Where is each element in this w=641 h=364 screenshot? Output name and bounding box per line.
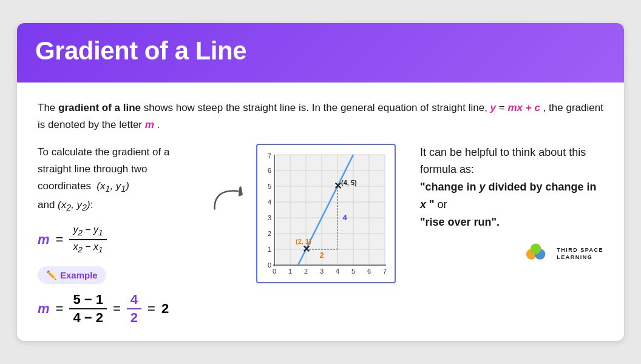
svg-text:5: 5	[351, 268, 355, 275]
svg-text:4: 4	[342, 213, 347, 222]
right-column: It can be helpful to think about this fo…	[408, 144, 603, 265]
letter-m: m	[145, 119, 154, 130]
page-title: Gradient of a Line	[35, 36, 606, 66]
ex-num2: 4	[127, 291, 141, 309]
page-header: Gradient of a Line	[17, 23, 624, 83]
graph-container: 0 1 2 3 4 5 6 7 0 1 2 3 4 5	[256, 144, 396, 283]
numerator: y2 − y1	[69, 223, 106, 240]
card: Gradient of a Line The gradient of a lin…	[17, 23, 624, 340]
equation-y: y	[490, 102, 496, 113]
helper-intro: It can be helpful to think about this fo…	[420, 146, 586, 176]
ex-result: 2	[161, 301, 169, 317]
svg-text:1: 1	[288, 268, 292, 275]
ex-fraction1: 5 − 1 4 − 2	[69, 291, 107, 326]
svg-text:2: 2	[304, 268, 308, 275]
example-badge: ✏️ Example	[38, 266, 106, 284]
coord2: (x2, y2)	[58, 199, 90, 211]
main-formula: m = y2 − y1 x2 − x1	[38, 223, 195, 255]
svg-text:6: 6	[268, 167, 271, 174]
page-content: The gradient of a line shows how steep t…	[17, 83, 624, 340]
svg-text:5: 5	[268, 183, 271, 190]
left-column: To calculate the gradient of a straight …	[38, 144, 195, 326]
example-formula: m = 5 − 1 4 − 2 = 4 2 = 2	[38, 291, 195, 326]
svg-text:2: 2	[268, 230, 271, 237]
formula-display: m = y2 − y1 x2 − x1	[38, 223, 195, 255]
intro-text-before: The	[38, 102, 58, 113]
logo-text: THIRD SPACE LEARNING	[557, 247, 603, 261]
ex-den2: 2	[127, 309, 141, 326]
svg-text:6: 6	[367, 268, 371, 275]
ex-equals2: =	[113, 301, 121, 317]
denominator: x2 − x1	[69, 240, 106, 255]
svg-text:✕: ✕	[334, 181, 342, 191]
equation-mx: mx	[507, 102, 523, 113]
arrow-icon	[206, 177, 245, 216]
formula-fraction: y2 − y1 x2 − x1	[69, 223, 106, 255]
formula-equals: =	[56, 232, 64, 248]
svg-text:7: 7	[268, 152, 271, 160]
third-space-logo-icon	[525, 243, 552, 265]
svg-text:✕: ✕	[302, 244, 310, 254]
logo-line2: LEARNING	[557, 254, 603, 261]
intro-text-mid: shows how steep the straight line is. In…	[144, 102, 490, 113]
svg-text:(2, 1): (2, 1)	[296, 238, 311, 245]
ex-equals3: =	[148, 301, 155, 317]
ex-m: m	[38, 301, 50, 317]
svg-text:0: 0	[268, 261, 271, 269]
equation-c: c	[534, 102, 540, 113]
helper-or: or	[438, 198, 447, 211]
main-body: To calculate the gradient of a straight …	[38, 144, 603, 326]
pencil-icon: ✏️	[46, 270, 56, 280]
ex-num1: 5 − 1	[69, 291, 107, 309]
svg-text:2: 2	[319, 251, 324, 260]
svg-text:(4, 5): (4, 5)	[341, 179, 357, 186]
helper-phrase2: "rise over run".	[420, 216, 500, 228]
graph-wrapper: 0 1 2 3 4 5 6 7 0 1 2 3 4 5	[256, 144, 396, 283]
svg-point-47	[531, 243, 541, 254]
svg-text:4: 4	[336, 268, 339, 275]
svg-text:3: 3	[268, 214, 271, 221]
helper-text: It can be helpful to think about this fo…	[420, 144, 603, 231]
eq-equals: =	[499, 102, 508, 113]
formula-m: m	[38, 232, 50, 248]
arrow-container	[208, 144, 244, 214]
svg-text:0: 0	[273, 268, 276, 275]
example-label: Example	[60, 270, 98, 280]
svg-text:4: 4	[268, 198, 271, 206]
gradient-term: gradient of a line	[58, 102, 141, 113]
svg-text:7: 7	[383, 268, 387, 275]
coords-intro-text: To calculate the gradient of a straight …	[38, 144, 195, 215]
logo-line1: THIRD SPACE	[557, 247, 603, 254]
logo-area: THIRD SPACE LEARNING	[420, 243, 603, 265]
intro-paragraph: The gradient of a line shows how steep t…	[38, 99, 603, 132]
ex-equals1: =	[56, 301, 64, 317]
period: .	[157, 119, 160, 130]
coord1: (x1, y1)	[97, 180, 129, 192]
graph-svg: 0 1 2 3 4 5 6 7 0 1 2 3 4 5	[262, 149, 390, 278]
svg-rect-1	[274, 155, 385, 265]
ex-fraction2: 4 2	[127, 291, 141, 326]
ex-den1: 4 − 2	[69, 309, 107, 326]
equation-plus: +	[526, 102, 535, 113]
svg-text:1: 1	[268, 246, 271, 253]
svg-text:3: 3	[320, 268, 324, 275]
